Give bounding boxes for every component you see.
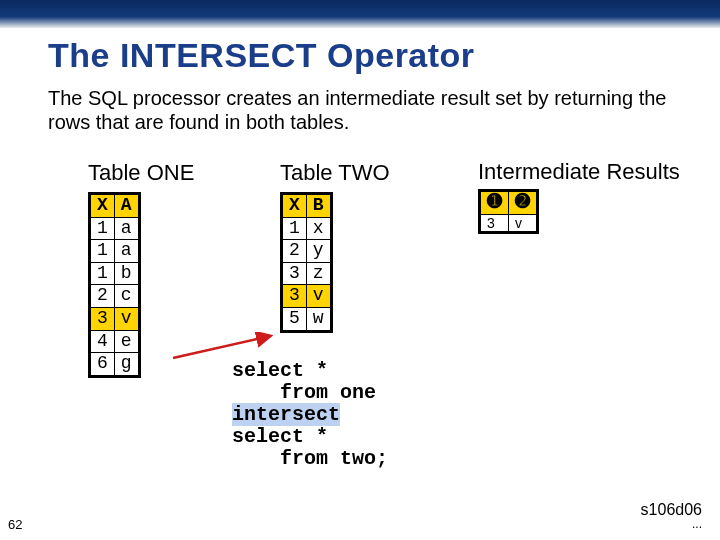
table-row: 1b bbox=[90, 262, 140, 285]
table-one-block: Table ONE X A 1a1a1b2c3v4e6g bbox=[88, 160, 194, 378]
slide-ref: s106d06 ... bbox=[641, 502, 702, 530]
table-cell: 1 bbox=[90, 217, 115, 240]
table-row: 6g bbox=[90, 353, 140, 377]
table-cell: v bbox=[306, 285, 331, 308]
table-cell: g bbox=[114, 353, 139, 377]
intermediate-block: Intermediate Results ➊ ➋ 3v bbox=[478, 160, 680, 234]
table-cell: c bbox=[114, 285, 139, 308]
sql-line: from one bbox=[232, 382, 388, 404]
table-cell: 4 bbox=[90, 330, 115, 353]
table-row: 2y bbox=[282, 240, 332, 263]
sql-line: intersect bbox=[232, 404, 388, 426]
table-row: 3v bbox=[90, 307, 140, 330]
table-row: 2c bbox=[90, 285, 140, 308]
table-cell: v bbox=[509, 214, 538, 233]
table-cell: 1 bbox=[90, 262, 115, 285]
table-cell: w bbox=[306, 307, 331, 331]
table-cell: x bbox=[306, 217, 331, 240]
table-cell: 5 bbox=[282, 307, 307, 331]
table-cell: 2 bbox=[282, 240, 307, 263]
table-row: 1a bbox=[90, 240, 140, 263]
intermediate-table: ➊ ➋ 3v bbox=[478, 189, 539, 234]
table-row: 3v bbox=[282, 285, 332, 308]
table-one-label: Table ONE bbox=[88, 160, 194, 186]
table-cell: z bbox=[306, 262, 331, 285]
slide-title: The INTERSECT Operator bbox=[48, 36, 475, 75]
table-row: 3v bbox=[480, 214, 538, 233]
slide-ref-dots: ... bbox=[641, 518, 702, 530]
table-row: 1a bbox=[90, 217, 140, 240]
table-cell: 3 bbox=[282, 262, 307, 285]
th: ➊ bbox=[480, 191, 509, 215]
table-cell: 3 bbox=[90, 307, 115, 330]
table-row: 4e bbox=[90, 330, 140, 353]
table-cell: b bbox=[114, 262, 139, 285]
table-cell: v bbox=[114, 307, 139, 330]
th: A bbox=[114, 194, 139, 218]
table-cell: 1 bbox=[282, 217, 307, 240]
th: ➋ bbox=[509, 191, 538, 215]
table-cell: 3 bbox=[282, 285, 307, 308]
sql-line: select * bbox=[232, 426, 388, 448]
table-row: 5w bbox=[282, 307, 332, 331]
table-cell: 1 bbox=[90, 240, 115, 263]
table-two-label: Table TWO bbox=[280, 160, 390, 186]
table-row: 1x bbox=[282, 217, 332, 240]
th: X bbox=[90, 194, 115, 218]
table-header-row: X B bbox=[282, 194, 332, 218]
page-number: 62 bbox=[8, 517, 22, 532]
th: X bbox=[282, 194, 307, 218]
table-cell: a bbox=[114, 240, 139, 263]
table-two: X B 1x2y3z3v5w bbox=[280, 192, 333, 333]
sql-line: from two; bbox=[232, 448, 388, 470]
table-cell: y bbox=[306, 240, 331, 263]
table-cell: a bbox=[114, 217, 139, 240]
slide-header-bar bbox=[0, 0, 720, 28]
table-body: 3v bbox=[480, 214, 538, 233]
table-cell: e bbox=[114, 330, 139, 353]
sql-line: select * bbox=[232, 360, 388, 382]
th: B bbox=[306, 194, 331, 218]
table-body: 1a1a1b2c3v4e6g bbox=[90, 217, 140, 376]
table-one: X A 1a1a1b2c3v4e6g bbox=[88, 192, 141, 378]
table-header-row: ➊ ➋ bbox=[480, 191, 538, 215]
intermediate-label: Intermediate Results bbox=[478, 160, 680, 183]
table-cell: 3 bbox=[480, 214, 509, 233]
slide-ref-code: s106d06 bbox=[641, 501, 702, 518]
table-body: 1x2y3z3v5w bbox=[282, 217, 332, 331]
table-two-block: Table TWO X B 1x2y3z3v5w bbox=[280, 160, 390, 333]
table-cell: 6 bbox=[90, 353, 115, 377]
sql-code: select * from oneintersectselect * from … bbox=[232, 360, 388, 470]
slide-subtitle: The SQL processor creates an intermediat… bbox=[48, 86, 680, 134]
table-header-row: X A bbox=[90, 194, 140, 218]
table-row: 3z bbox=[282, 262, 332, 285]
table-cell: 2 bbox=[90, 285, 115, 308]
